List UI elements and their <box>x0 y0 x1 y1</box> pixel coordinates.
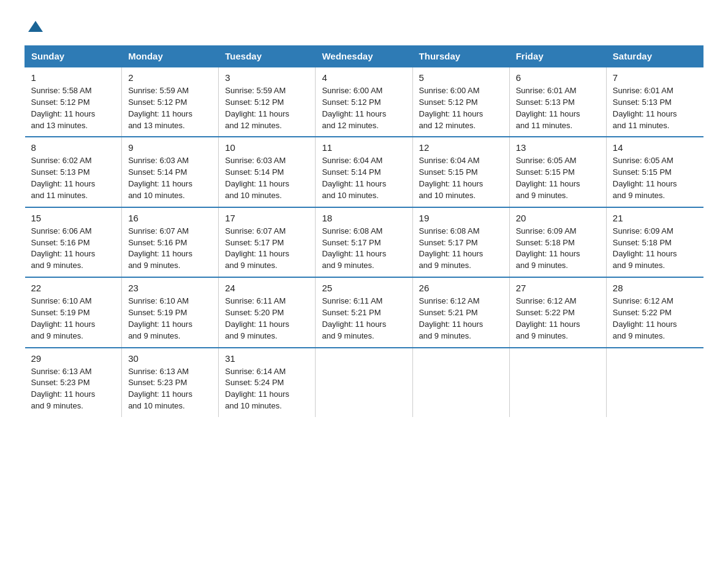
day-number: 12 <box>419 142 503 153</box>
calendar-day-cell: 31Sunrise: 6:14 AM Sunset: 5:24 PM Dayli… <box>219 348 316 417</box>
calendar-day-cell: 16Sunrise: 6:07 AM Sunset: 5:16 PM Dayli… <box>122 207 219 277</box>
calendar-day-cell: 13Sunrise: 6:05 AM Sunset: 5:15 PM Dayli… <box>509 137 606 207</box>
calendar-day-cell: 10Sunrise: 6:03 AM Sunset: 5:14 PM Dayli… <box>219 137 316 207</box>
logo <box>25 18 44 33</box>
calendar-day-cell: 27Sunrise: 6:12 AM Sunset: 5:22 PM Dayli… <box>509 277 606 347</box>
day-number: 10 <box>225 142 309 153</box>
calendar-day-cell: 8Sunrise: 6:02 AM Sunset: 5:13 PM Daylig… <box>25 137 122 207</box>
day-info: Sunrise: 6:09 AM Sunset: 5:18 PM Dayligh… <box>613 226 697 272</box>
calendar-day-cell: 24Sunrise: 6:11 AM Sunset: 5:20 PM Dayli… <box>219 277 316 347</box>
day-info: Sunrise: 6:06 AM Sunset: 5:16 PM Dayligh… <box>31 226 116 272</box>
day-number: 20 <box>516 213 600 223</box>
day-info: Sunrise: 6:05 AM Sunset: 5:15 PM Dayligh… <box>516 155 600 201</box>
day-info: Sunrise: 6:07 AM Sunset: 5:17 PM Dayligh… <box>225 226 309 272</box>
day-number: 1 <box>31 72 116 83</box>
day-number: 18 <box>322 213 406 223</box>
calendar-day-cell: 4Sunrise: 6:00 AM Sunset: 5:12 PM Daylig… <box>316 67 412 137</box>
calendar-week-row: 8Sunrise: 6:02 AM Sunset: 5:13 PM Daylig… <box>25 137 703 207</box>
day-of-week-header: Thursday <box>412 46 509 67</box>
day-info: Sunrise: 5:59 AM Sunset: 5:12 PM Dayligh… <box>225 85 309 131</box>
day-number: 4 <box>322 72 406 83</box>
day-info: Sunrise: 6:01 AM Sunset: 5:13 PM Dayligh… <box>613 85 697 131</box>
day-number: 24 <box>225 283 309 293</box>
calendar-day-cell: 17Sunrise: 6:07 AM Sunset: 5:17 PM Dayli… <box>219 207 316 277</box>
calendar-week-row: 1Sunrise: 5:58 AM Sunset: 5:12 PM Daylig… <box>25 67 703 137</box>
day-info: Sunrise: 6:10 AM Sunset: 5:19 PM Dayligh… <box>31 296 116 342</box>
calendar-day-cell <box>606 348 703 417</box>
day-number: 29 <box>31 353 116 364</box>
day-number: 31 <box>225 353 309 364</box>
calendar-day-cell: 28Sunrise: 6:12 AM Sunset: 5:22 PM Dayli… <box>606 277 703 347</box>
calendar-day-cell: 7Sunrise: 6:01 AM Sunset: 5:13 PM Daylig… <box>606 67 703 137</box>
calendar-day-cell: 21Sunrise: 6:09 AM Sunset: 5:18 PM Dayli… <box>606 207 703 277</box>
calendar-week-row: 15Sunrise: 6:06 AM Sunset: 5:16 PM Dayli… <box>25 207 703 277</box>
day-number: 8 <box>31 142 116 153</box>
day-number: 11 <box>322 142 406 153</box>
calendar-table: SundayMondayTuesdayWednesdayThursdayFrid… <box>25 45 703 417</box>
svg-marker-0 <box>28 21 43 32</box>
calendar-day-cell <box>412 348 509 417</box>
calendar-day-cell: 2Sunrise: 5:59 AM Sunset: 5:12 PM Daylig… <box>122 67 219 137</box>
day-of-week-header: Sunday <box>25 46 122 67</box>
day-of-week-header: Friday <box>509 46 606 67</box>
calendar-day-cell <box>509 348 606 417</box>
day-info: Sunrise: 6:01 AM Sunset: 5:13 PM Dayligh… <box>516 85 600 131</box>
calendar-day-cell: 15Sunrise: 6:06 AM Sunset: 5:16 PM Dayli… <box>25 207 122 277</box>
day-info: Sunrise: 6:03 AM Sunset: 5:14 PM Dayligh… <box>225 155 309 201</box>
day-info: Sunrise: 6:09 AM Sunset: 5:18 PM Dayligh… <box>516 226 600 272</box>
day-number: 25 <box>322 283 406 293</box>
day-number: 9 <box>128 142 212 153</box>
calendar-day-cell: 12Sunrise: 6:04 AM Sunset: 5:15 PM Dayli… <box>412 137 509 207</box>
day-info: Sunrise: 6:11 AM Sunset: 5:20 PM Dayligh… <box>225 296 309 342</box>
calendar-day-cell: 23Sunrise: 6:10 AM Sunset: 5:19 PM Dayli… <box>122 277 219 347</box>
calendar-day-cell: 11Sunrise: 6:04 AM Sunset: 5:14 PM Dayli… <box>316 137 412 207</box>
calendar-day-cell: 20Sunrise: 6:09 AM Sunset: 5:18 PM Dayli… <box>509 207 606 277</box>
day-number: 2 <box>128 72 212 83</box>
day-number: 26 <box>419 283 503 293</box>
day-number: 27 <box>516 283 600 293</box>
day-of-week-header: Tuesday <box>219 46 316 67</box>
day-number: 14 <box>613 142 697 153</box>
calendar-day-cell: 26Sunrise: 6:12 AM Sunset: 5:21 PM Dayli… <box>412 277 509 347</box>
day-number: 6 <box>516 72 600 83</box>
day-of-week-header: Saturday <box>606 46 703 67</box>
day-number: 15 <box>31 213 116 223</box>
day-info: Sunrise: 6:07 AM Sunset: 5:16 PM Dayligh… <box>128 226 212 272</box>
day-number: 23 <box>128 283 212 293</box>
day-number: 22 <box>31 283 116 293</box>
day-info: Sunrise: 6:02 AM Sunset: 5:13 PM Dayligh… <box>31 155 116 201</box>
day-number: 17 <box>225 213 309 223</box>
day-info: Sunrise: 6:04 AM Sunset: 5:15 PM Dayligh… <box>419 155 503 201</box>
calendar-header-row: SundayMondayTuesdayWednesdayThursdayFrid… <box>25 46 703 67</box>
calendar-day-cell: 5Sunrise: 6:00 AM Sunset: 5:12 PM Daylig… <box>412 67 509 137</box>
calendar-day-cell: 1Sunrise: 5:58 AM Sunset: 5:12 PM Daylig… <box>25 67 122 137</box>
day-number: 13 <box>516 142 600 153</box>
day-number: 7 <box>613 72 697 83</box>
day-info: Sunrise: 6:10 AM Sunset: 5:19 PM Dayligh… <box>128 296 212 342</box>
page-header <box>25 18 703 33</box>
day-info: Sunrise: 6:11 AM Sunset: 5:21 PM Dayligh… <box>322 296 406 342</box>
day-number: 3 <box>225 72 309 83</box>
calendar-day-cell: 18Sunrise: 6:08 AM Sunset: 5:17 PM Dayli… <box>316 207 412 277</box>
day-info: Sunrise: 5:58 AM Sunset: 5:12 PM Dayligh… <box>31 85 116 131</box>
day-info: Sunrise: 6:12 AM Sunset: 5:22 PM Dayligh… <box>516 296 600 342</box>
day-number: 19 <box>419 213 503 223</box>
calendar-week-row: 22Sunrise: 6:10 AM Sunset: 5:19 PM Dayli… <box>25 277 703 347</box>
day-info: Sunrise: 6:00 AM Sunset: 5:12 PM Dayligh… <box>419 85 503 131</box>
calendar-day-cell: 9Sunrise: 6:03 AM Sunset: 5:14 PM Daylig… <box>122 137 219 207</box>
calendar-day-cell: 6Sunrise: 6:01 AM Sunset: 5:13 PM Daylig… <box>509 67 606 137</box>
calendar-day-cell: 29Sunrise: 6:13 AM Sunset: 5:23 PM Dayli… <box>25 348 122 417</box>
day-of-week-header: Monday <box>122 46 219 67</box>
day-info: Sunrise: 6:03 AM Sunset: 5:14 PM Dayligh… <box>128 155 212 201</box>
day-info: Sunrise: 6:04 AM Sunset: 5:14 PM Dayligh… <box>322 155 406 201</box>
day-info: Sunrise: 6:08 AM Sunset: 5:17 PM Dayligh… <box>322 226 406 272</box>
day-info: Sunrise: 5:59 AM Sunset: 5:12 PM Dayligh… <box>128 85 212 131</box>
calendar-day-cell: 3Sunrise: 5:59 AM Sunset: 5:12 PM Daylig… <box>219 67 316 137</box>
day-number: 5 <box>419 72 503 83</box>
day-number: 28 <box>613 283 697 293</box>
day-number: 21 <box>613 213 697 223</box>
day-info: Sunrise: 6:12 AM Sunset: 5:21 PM Dayligh… <box>419 296 503 342</box>
calendar-week-row: 29Sunrise: 6:13 AM Sunset: 5:23 PM Dayli… <box>25 348 703 417</box>
day-number: 30 <box>128 353 212 364</box>
day-info: Sunrise: 6:08 AM Sunset: 5:17 PM Dayligh… <box>419 226 503 272</box>
